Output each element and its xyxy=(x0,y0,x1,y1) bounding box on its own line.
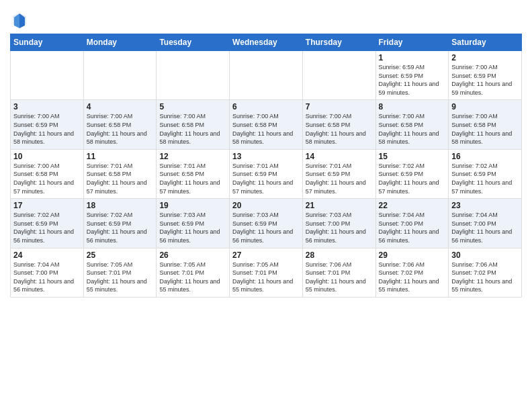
day-detail: Sunrise: 7:01 AM Sunset: 6:58 PM Dayligh… xyxy=(87,162,154,195)
calendar-day-cell xyxy=(83,51,157,100)
day-detail: Sunrise: 7:00 AM Sunset: 6:59 PM Dayligh… xyxy=(13,112,81,146)
day-detail: Sunrise: 7:00 AM Sunset: 6:58 PM Dayligh… xyxy=(13,162,81,195)
calendar-day-cell xyxy=(230,51,303,100)
calendar-day-cell: 10Sunrise: 7:00 AM Sunset: 6:58 PM Dayli… xyxy=(11,149,84,198)
day-number: 20 xyxy=(232,201,300,210)
day-detail: Sunrise: 7:03 AM Sunset: 7:00 PM Dayligh… xyxy=(306,211,373,244)
day-detail: Sunrise: 6:59 AM Sunset: 6:59 PM Dayligh… xyxy=(379,63,446,97)
calendar-day-cell: 7Sunrise: 7:00 AM Sunset: 6:58 PM Daylig… xyxy=(302,100,375,149)
calendar-day-cell: 12Sunrise: 7:01 AM Sunset: 6:58 PM Dayli… xyxy=(157,149,230,198)
calendar-day-cell: 2Sunrise: 7:00 AM Sunset: 6:59 PM Daylig… xyxy=(449,51,522,100)
calendar-day-cell: 5Sunrise: 7:00 AM Sunset: 6:58 PM Daylig… xyxy=(157,100,230,149)
weekday-header: Monday xyxy=(83,34,157,51)
calendar-week-row: 10Sunrise: 7:00 AM Sunset: 6:58 PM Dayli… xyxy=(11,149,522,198)
calendar-day-cell: 13Sunrise: 7:01 AM Sunset: 6:59 PM Dayli… xyxy=(230,149,303,198)
day-number: 1 xyxy=(379,53,446,62)
calendar-day-cell: 21Sunrise: 7:03 AM Sunset: 7:00 PM Dayli… xyxy=(302,199,375,248)
calendar-day-cell: 19Sunrise: 7:03 AM Sunset: 6:59 PM Dayli… xyxy=(157,199,230,248)
calendar-day-cell: 6Sunrise: 7:00 AM Sunset: 6:58 PM Daylig… xyxy=(230,100,303,149)
calendar-day-cell xyxy=(302,51,375,100)
day-detail: Sunrise: 7:04 AM Sunset: 7:00 PM Dayligh… xyxy=(13,261,81,294)
logo-icon xyxy=(10,11,29,30)
day-number: 4 xyxy=(87,102,154,111)
day-number: 18 xyxy=(87,201,154,210)
day-detail: Sunrise: 7:01 AM Sunset: 6:59 PM Dayligh… xyxy=(232,162,300,195)
calendar-week-row: 24Sunrise: 7:04 AM Sunset: 7:00 PM Dayli… xyxy=(11,248,522,297)
day-number: 27 xyxy=(232,250,300,260)
calendar-day-cell: 22Sunrise: 7:04 AM Sunset: 7:00 PM Dayli… xyxy=(375,199,449,248)
weekday-header: Friday xyxy=(375,34,449,51)
calendar-day-cell: 9Sunrise: 7:00 AM Sunset: 6:58 PM Daylig… xyxy=(449,100,522,149)
calendar-day-cell: 29Sunrise: 7:06 AM Sunset: 7:02 PM Dayli… xyxy=(375,248,449,297)
day-number: 26 xyxy=(159,250,226,260)
weekday-header: Thursday xyxy=(302,34,375,51)
weekday-header: Sunday xyxy=(11,34,84,51)
day-number: 11 xyxy=(87,152,154,161)
day-detail: Sunrise: 7:00 AM Sunset: 6:58 PM Dayligh… xyxy=(159,112,226,146)
calendar-day-cell: 4Sunrise: 7:00 AM Sunset: 6:58 PM Daylig… xyxy=(83,100,157,149)
day-detail: Sunrise: 7:04 AM Sunset: 7:00 PM Dayligh… xyxy=(451,211,519,244)
day-number: 17 xyxy=(13,201,81,210)
day-detail: Sunrise: 7:05 AM Sunset: 7:01 PM Dayligh… xyxy=(87,261,154,294)
calendar-day-cell: 14Sunrise: 7:01 AM Sunset: 6:59 PM Dayli… xyxy=(302,149,375,198)
calendar-day-cell: 24Sunrise: 7:04 AM Sunset: 7:00 PM Dayli… xyxy=(11,248,84,297)
day-number: 12 xyxy=(159,152,226,161)
day-detail: Sunrise: 7:00 AM Sunset: 6:58 PM Dayligh… xyxy=(451,112,519,146)
calendar-week-row: 1Sunrise: 6:59 AM Sunset: 6:59 PM Daylig… xyxy=(11,51,522,100)
day-number: 7 xyxy=(306,102,373,111)
calendar-day-cell: 27Sunrise: 7:05 AM Sunset: 7:01 PM Dayli… xyxy=(230,248,303,297)
weekday-header: Wednesday xyxy=(230,34,303,51)
day-number: 29 xyxy=(379,250,446,260)
day-detail: Sunrise: 7:00 AM Sunset: 6:58 PM Dayligh… xyxy=(87,112,154,146)
day-number: 28 xyxy=(306,250,373,260)
calendar-day-cell: 16Sunrise: 7:02 AM Sunset: 6:59 PM Dayli… xyxy=(449,149,522,198)
day-detail: Sunrise: 7:06 AM Sunset: 7:02 PM Dayligh… xyxy=(379,261,446,294)
day-detail: Sunrise: 7:00 AM Sunset: 6:59 PM Dayligh… xyxy=(451,63,519,97)
day-detail: Sunrise: 7:03 AM Sunset: 6:59 PM Dayligh… xyxy=(159,211,226,244)
day-number: 22 xyxy=(379,201,446,210)
day-detail: Sunrise: 7:00 AM Sunset: 6:58 PM Dayligh… xyxy=(306,112,373,146)
page-header xyxy=(10,7,522,30)
day-detail: Sunrise: 7:03 AM Sunset: 6:59 PM Dayligh… xyxy=(232,211,300,244)
day-number: 15 xyxy=(379,152,446,161)
calendar-day-cell: 17Sunrise: 7:02 AM Sunset: 6:59 PM Dayli… xyxy=(11,199,84,248)
calendar-day-cell: 11Sunrise: 7:01 AM Sunset: 6:58 PM Dayli… xyxy=(83,149,157,198)
calendar-day-cell: 23Sunrise: 7:04 AM Sunset: 7:00 PM Dayli… xyxy=(449,199,522,248)
calendar-day-cell xyxy=(157,51,230,100)
day-detail: Sunrise: 7:02 AM Sunset: 6:59 PM Dayligh… xyxy=(87,211,154,244)
day-detail: Sunrise: 7:02 AM Sunset: 6:59 PM Dayligh… xyxy=(379,162,446,195)
calendar-week-row: 3Sunrise: 7:00 AM Sunset: 6:59 PM Daylig… xyxy=(11,100,522,149)
day-detail: Sunrise: 7:01 AM Sunset: 6:58 PM Dayligh… xyxy=(159,162,226,195)
calendar-day-cell: 8Sunrise: 7:00 AM Sunset: 6:58 PM Daylig… xyxy=(375,100,449,149)
day-number: 21 xyxy=(306,201,373,210)
day-number: 16 xyxy=(451,152,519,161)
calendar-day-cell: 15Sunrise: 7:02 AM Sunset: 6:59 PM Dayli… xyxy=(375,149,449,198)
calendar-week-row: 17Sunrise: 7:02 AM Sunset: 6:59 PM Dayli… xyxy=(11,199,522,248)
calendar-day-cell: 3Sunrise: 7:00 AM Sunset: 6:59 PM Daylig… xyxy=(11,100,84,149)
calendar-day-cell: 28Sunrise: 7:06 AM Sunset: 7:01 PM Dayli… xyxy=(302,248,375,297)
day-detail: Sunrise: 7:05 AM Sunset: 7:01 PM Dayligh… xyxy=(159,261,226,294)
day-number: 5 xyxy=(159,102,226,111)
day-detail: Sunrise: 7:02 AM Sunset: 6:59 PM Dayligh… xyxy=(13,211,81,244)
logo xyxy=(10,11,32,30)
day-number: 24 xyxy=(13,250,81,260)
day-number: 14 xyxy=(306,152,373,161)
calendar-day-cell: 25Sunrise: 7:05 AM Sunset: 7:01 PM Dayli… xyxy=(83,248,157,297)
day-detail: Sunrise: 7:06 AM Sunset: 7:01 PM Dayligh… xyxy=(306,261,373,294)
calendar-day-cell: 26Sunrise: 7:05 AM Sunset: 7:01 PM Dayli… xyxy=(157,248,230,297)
calendar-day-cell: 18Sunrise: 7:02 AM Sunset: 6:59 PM Dayli… xyxy=(83,199,157,248)
day-number: 23 xyxy=(451,201,519,210)
calendar-day-cell xyxy=(11,51,84,100)
day-number: 19 xyxy=(159,201,226,210)
calendar-day-cell: 1Sunrise: 6:59 AM Sunset: 6:59 PM Daylig… xyxy=(375,51,449,100)
day-detail: Sunrise: 7:01 AM Sunset: 6:59 PM Dayligh… xyxy=(306,162,373,195)
calendar-table: SundayMondayTuesdayWednesdayThursdayFrid… xyxy=(10,34,522,298)
day-number: 9 xyxy=(451,102,519,111)
day-number: 2 xyxy=(451,53,519,62)
day-detail: Sunrise: 7:00 AM Sunset: 6:58 PM Dayligh… xyxy=(379,112,446,146)
day-number: 3 xyxy=(13,102,81,111)
day-number: 13 xyxy=(232,152,300,161)
weekday-header: Saturday xyxy=(449,34,522,51)
day-detail: Sunrise: 7:05 AM Sunset: 7:01 PM Dayligh… xyxy=(232,261,300,294)
calendar-day-cell: 20Sunrise: 7:03 AM Sunset: 6:59 PM Dayli… xyxy=(230,199,303,248)
